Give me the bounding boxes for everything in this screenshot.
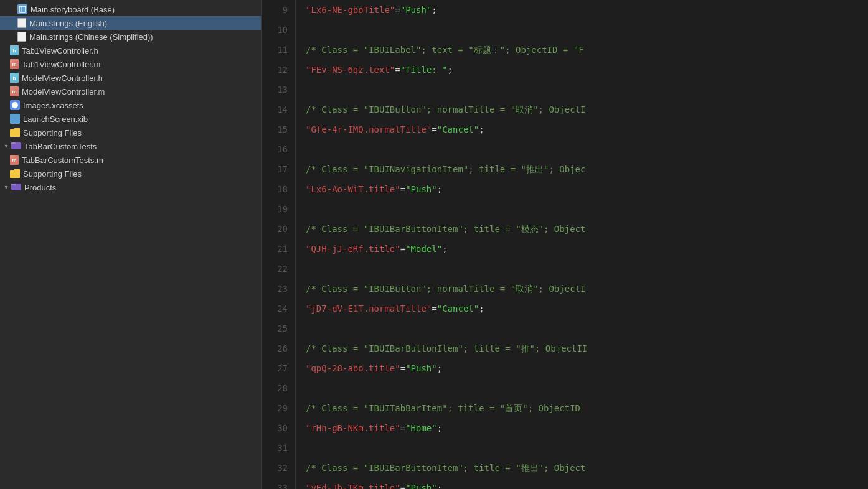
sidebar-item-images-xcassets[interactable]: Images.xcassets xyxy=(0,98,261,112)
code-token: "Lx6-NE-gboTitle" xyxy=(306,0,395,20)
code-token: "Title: " xyxy=(400,60,448,80)
file-label: Main.storyboard (Base) xyxy=(31,5,115,14)
arrow-icon: ▼ xyxy=(2,143,10,149)
code-line: /* Class = "IBUIBarButtonItem"; title = … xyxy=(306,338,868,358)
file-icon: m xyxy=(10,155,19,165)
code-line xyxy=(306,139,868,159)
file-icon xyxy=(17,32,26,42)
group-icon xyxy=(11,141,21,152)
sidebar-item-launchscreen-xib[interactable]: LaunchScreen.xib xyxy=(0,112,261,126)
code-token: ; xyxy=(437,478,442,489)
code-token: "Cancel" xyxy=(437,119,479,139)
code-line: /* Class = "IBUIButton"; normalTitle = "… xyxy=(306,100,868,119)
file-label: TabBarCustomTests.m xyxy=(22,156,103,165)
code-token: ; xyxy=(437,358,442,378)
file-icon xyxy=(17,18,26,28)
code-token: ; xyxy=(479,299,484,319)
line-number: 28 xyxy=(262,378,288,398)
code-token: "FEv-NS-6qz.text" xyxy=(306,60,395,80)
code-line: /* Class = "IBUIBarButtonItem"; title = … xyxy=(306,219,868,239)
code-token: ; xyxy=(437,179,442,199)
file-label: Main.strings (English) xyxy=(29,19,107,28)
line-number: 10 xyxy=(262,20,288,40)
xcassets-icon xyxy=(10,100,20,110)
code-line: "FEv-NS-6qz.text" = "Title: "; xyxy=(306,60,868,80)
code-token: "Push" xyxy=(405,358,437,378)
sidebar-item-products[interactable]: ▼ Products xyxy=(0,180,261,194)
line-number: 15 xyxy=(262,119,288,139)
code-token: ; xyxy=(448,60,453,80)
code-token: = xyxy=(395,0,400,20)
folder-icon xyxy=(10,169,20,179)
sidebar-item-main-strings-en[interactable]: Main.strings (English) xyxy=(0,16,261,30)
line-number: 27 xyxy=(262,358,288,378)
code-lines: "Lx6-NE-gboTitle" = "Push";/* Class = "I… xyxy=(296,0,868,489)
code-token: = xyxy=(395,60,400,80)
code-line xyxy=(306,20,868,40)
code-token: = xyxy=(400,418,405,438)
arrow-icon: ▼ xyxy=(2,184,10,190)
code-token: "QJH-jJ-eRf.title" xyxy=(306,239,400,259)
file-label: ModelViewController.m xyxy=(22,87,105,96)
line-number: 14 xyxy=(262,100,288,119)
sidebar-item-modelvc-h[interactable]: h ModelViewController.h xyxy=(0,71,261,85)
strings-icon xyxy=(17,18,26,28)
code-line: /* Class = "IBUITabBarItem"; title = "首页… xyxy=(306,398,868,418)
line-number: 20 xyxy=(262,219,288,239)
line-number: 9 xyxy=(262,0,288,20)
code-token: = xyxy=(432,119,436,139)
code-token: /* Class = "IBUIButton"; normalTitle = "… xyxy=(306,100,585,119)
code-token: "Push" xyxy=(405,478,437,489)
code-token: "rHn-gB-NKm.title" xyxy=(306,418,400,438)
code-line xyxy=(306,378,868,398)
line-number: 16 xyxy=(262,139,288,159)
sidebar-item-tab1vc-h[interactable]: h Tab1ViewController.h xyxy=(0,44,261,57)
sidebar-item-supporting-files-2[interactable]: Supporting Files xyxy=(0,167,261,180)
code-content: 9101112131415161718192021222324252627282… xyxy=(262,0,868,489)
file-icon xyxy=(10,114,20,124)
sidebar: Main.storyboard (Base) Main.strings (Eng… xyxy=(0,0,262,489)
line-number: 32 xyxy=(262,458,288,478)
strings-icon xyxy=(17,32,26,42)
line-number: 30 xyxy=(262,418,288,438)
code-line: "jD7-dV-E1T.normalTitle" = "Cancel"; xyxy=(306,299,868,319)
code-token: "Home" xyxy=(405,418,437,438)
sidebar-item-main-storyboard[interactable]: Main.storyboard (Base) xyxy=(0,2,261,16)
code-line xyxy=(306,199,868,219)
code-line: /* Class = "IBUILabel"; text = "标题："; Ob… xyxy=(306,40,868,60)
file-label: Tab1ViewController.h xyxy=(22,46,98,55)
file-icon: h xyxy=(10,45,19,55)
line-number: 26 xyxy=(262,338,288,358)
file-icon: m xyxy=(10,59,19,69)
line-number: 18 xyxy=(262,179,288,199)
file-icon: h xyxy=(10,73,19,83)
code-line: /* Class = "IBUINavigationItem"; title =… xyxy=(306,159,868,179)
line-number: 24 xyxy=(262,299,288,319)
code-token: /* Class = "IBUIBarButtonItem"; title = … xyxy=(306,338,587,358)
code-token: = xyxy=(400,179,405,199)
code-token: ; xyxy=(437,418,442,438)
code-token: = xyxy=(400,358,405,378)
sidebar-item-modelvc-m[interactable]: m ModelViewController.m xyxy=(0,85,261,98)
file-label: Tab1ViewController.m xyxy=(22,60,100,69)
code-line xyxy=(306,319,868,338)
group-label: TabBarCustomTests xyxy=(24,142,97,151)
code-token: "yEd-Jb-TKm.title" xyxy=(306,478,400,489)
sidebar-item-tabbar-custom-tests[interactable]: ▼ TabBarCustomTests xyxy=(0,139,261,153)
code-line: "Lx6-Ao-WiT.title" = "Push"; xyxy=(306,179,868,199)
line-number: 17 xyxy=(262,159,288,179)
file-label: Images.xcassets xyxy=(23,101,83,110)
file-icon xyxy=(17,4,27,14)
sidebar-item-main-strings-zh[interactable]: Main.strings (Chinese (Simplified)) xyxy=(0,30,261,44)
sidebar-item-tab1vc-m[interactable]: m Tab1ViewController.m xyxy=(0,57,261,71)
code-line xyxy=(306,259,868,279)
code-token: "jD7-dV-E1T.normalTitle" xyxy=(306,299,432,319)
group-label: Products xyxy=(24,183,56,192)
h-icon: h xyxy=(10,73,19,83)
file-icon xyxy=(10,128,20,137)
group-icon xyxy=(11,182,21,193)
line-number: 25 xyxy=(262,319,288,338)
sidebar-item-tabbar-custom-tests-m[interactable]: m TabBarCustomTests.m xyxy=(0,153,261,167)
line-number: 13 xyxy=(262,80,288,100)
sidebar-item-supporting-files-1[interactable]: Supporting Files xyxy=(0,126,261,139)
